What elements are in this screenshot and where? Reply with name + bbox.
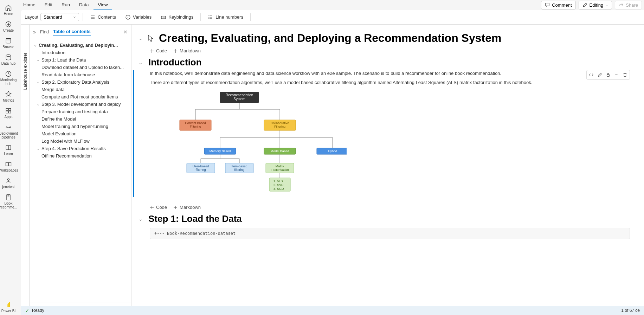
nav-browse[interactable]: Browse [0,35,17,51]
lakehouse-explorer-tab[interactable]: Lakehouse explorer [21,25,30,315]
toc-item[interactable]: Introduction [30,49,131,56]
markdown-cell[interactable]: In this notebook, we'll demonstrate data… [133,70,630,197]
status-bar: ✓ Ready 1 of 67 ce [21,306,644,315]
nav-datahub[interactable]: Data hub [0,52,17,68]
delete-icon[interactable] [621,71,629,79]
code-cell-preview[interactable]: +--- Book-Recommendation-Dataset [150,228,630,239]
editing-dropdown[interactable]: Editing ⌄ [579,1,612,9]
nav-workspace-item[interactable]: jenetest [0,175,17,191]
nav-workspaces[interactable]: Workspaces [0,159,17,174]
svg-point-23 [615,75,616,75]
section-heading: Introduction [148,57,202,68]
more-icon[interactable] [613,71,620,79]
svg-point-2 [6,55,11,57]
nav-powerbi[interactable]: Power BI [0,299,17,315]
cell-text: In this notebook, we'll demonstrate data… [150,70,630,77]
toc-root[interactable]: ⌄ Creating, Evaluating, and Deployin... [30,41,131,49]
toc-panel: » Find Table of contents ✕ ⌄ Creating, E… [30,25,131,315]
menu-run[interactable]: Run [57,1,74,9]
add-code-button[interactable]: Code [150,205,167,210]
add-markdown-button[interactable]: Markdown [173,205,201,210]
status-text: Ready [32,308,44,313]
cursor-icon [148,34,154,42]
toc-collapse-icon[interactable]: » [33,29,36,35]
svg-point-9 [9,127,11,128]
svg-point-25 [617,75,618,75]
layout-label: Layout [25,14,38,20]
menu-data[interactable]: Data [75,1,93,9]
ready-icon: ✓ [25,308,29,313]
svg-rect-6 [6,111,8,113]
svg-rect-7 [9,111,11,113]
nav-deployment[interactable]: Deployment pipelines [0,122,17,141]
find-tab[interactable]: Find [40,28,49,36]
contents-button[interactable]: Contents [86,13,120,21]
toc-item[interactable]: ⌄Step 2. Exploratory Data Analysis [30,78,131,86]
svg-point-8 [6,127,7,128]
nav-monitoring[interactable]: Monitoring hub [0,68,17,88]
close-icon[interactable]: ✕ [123,29,128,35]
svg-rect-14 [7,195,10,200]
nav-notebook-item[interactable]: Book recomme... [0,192,17,211]
chevron-down-icon: ⌄ [605,3,608,7]
nav-home[interactable]: Home [0,2,17,18]
svg-rect-17 [9,302,10,307]
share-button: Share [615,1,642,9]
add-markdown-button[interactable]: Markdown [173,48,201,53]
svg-rect-22 [607,75,610,76]
menu-home[interactable]: Home [19,1,40,9]
nav-create[interactable]: Create [0,19,17,34]
section-heading: Step 1: Load the Data [148,213,242,224]
chevron-down-icon: ⌄ [37,58,41,62]
code-icon[interactable] [587,71,595,79]
cell-count: 1 of 67 ce [621,308,640,313]
layout-select[interactable]: Standard [40,13,79,21]
left-nav-bar: Home Create Browse Data hub Monitoring h… [0,0,17,315]
menu-view[interactable]: View [94,1,112,9]
menu-edit[interactable]: Edit [40,1,57,9]
svg-rect-16 [8,303,9,307]
chevron-down-icon: ⌄ [37,102,41,107]
collapse-icon[interactable]: ⌄ [139,216,144,222]
cell-text: There are different types of recommendat… [150,79,630,86]
svg-rect-11 [6,162,8,166]
add-code-button[interactable]: Code [150,48,167,53]
svg-text:1. ALS2. SVD3. SGD: 1. ALS2. SVD3. SGD [273,179,284,191]
ribbon-toolbar: Layout Standard Contents x Variables Key… [21,10,644,25]
toc-item[interactable]: ⌄Step 1: Load the Data [30,56,131,64]
toc-tab[interactable]: Table of contents [53,27,91,36]
notebook-title: Creating, Evaluating, and Deploying a Re… [159,32,501,45]
toc-item[interactable]: Download dataset and Upload to lakeh... [30,64,131,71]
nav-learn[interactable]: Learn [0,142,17,158]
svg-text:x: x [127,16,129,19]
svg-rect-5 [9,108,11,110]
separator [200,13,201,21]
comment-button[interactable]: Comment [541,1,575,9]
toc-item[interactable]: Offline Recommendation [30,152,131,160]
cell-toolbar [586,70,630,80]
toc-item[interactable]: Model training and hyper-tunning [30,123,131,130]
toc-item[interactable]: Model Evaluation [30,130,131,137]
svg-text:Model Based: Model Based [271,149,289,153]
toc-item[interactable]: Prepare training and testing data [30,108,131,115]
toc-item[interactable]: ⌄Step 4. Save Prediction Results [30,145,131,152]
svg-text:Memory Based: Memory Based [210,149,231,153]
edit-icon[interactable] [596,71,604,79]
nav-metrics[interactable]: Metrics [0,89,17,104]
linenumbers-button[interactable]: Line numbers [204,13,247,21]
svg-rect-18 [546,3,549,6]
toc-item[interactable]: Merge data [30,86,131,93]
collapse-icon[interactable]: ⌄ [139,60,144,65]
toc-item[interactable]: Read data from lakehouse [30,71,131,78]
toc-item[interactable]: Log Model with MLFlow [30,137,131,145]
nav-apps[interactable]: Apps [0,105,17,121]
notebook-editor[interactable]: ⌄ Creating, Evaluating, and Deploying a … [131,25,644,315]
toc-item[interactable]: ⌄Step 3. Model development and deploy [30,101,131,108]
collapse-icon[interactable]: ⌄ [139,36,144,41]
toc-item[interactable]: Define the Model [30,115,131,123]
separator [83,13,83,21]
toc-item[interactable]: Compute and Plot most popular items [30,93,131,101]
lock-icon[interactable] [604,71,612,79]
keybindings-button[interactable]: Keybindings [157,13,197,21]
variables-button[interactable]: x Variables [122,13,155,21]
